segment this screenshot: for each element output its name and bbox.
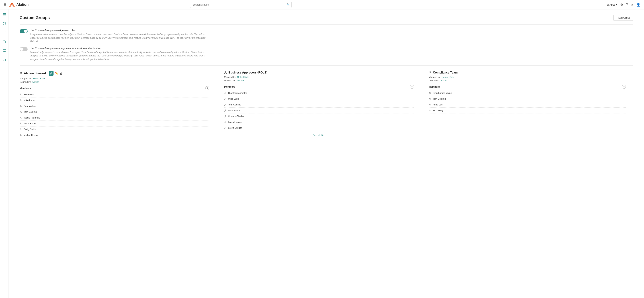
svg-point-19 [225, 72, 226, 73]
member-row: Tom Codling [224, 102, 414, 108]
member-person-icon [20, 122, 22, 125]
svg-point-22 [225, 104, 226, 105]
members-header-2: Members + [429, 85, 626, 89]
svg-point-28 [430, 92, 430, 93]
svg-point-30 [430, 104, 430, 105]
group-mapped-value-2[interactable]: Select Role [442, 76, 454, 78]
apps-grid-icon: ⊞ [607, 3, 609, 6]
toggle-content-2: Use Custom Groups to manage user suspens… [30, 47, 208, 61]
add-member-button-1[interactable]: + [410, 85, 414, 89]
group-action-icons-0: ✏️ 🗑 [49, 71, 62, 76]
member-row: Connor Glazier [224, 113, 414, 119]
sidebar-item-analytics[interactable] [2, 57, 7, 63]
group-mapped-value-0[interactable]: Select Role [33, 77, 45, 80]
delete-icon-0[interactable]: 🗑 [60, 72, 62, 75]
member-row: Craig Smith [20, 127, 209, 132]
member-row: Steve Burger [224, 125, 414, 131]
member-person-icon [20, 93, 22, 96]
member-name: Craig Smith [24, 128, 36, 131]
group-header-1: Business Approvers (ROLE) [224, 71, 414, 74]
svg-point-18 [20, 134, 22, 135]
group-header-0: Alation Steward ✏️ 🗑 [20, 71, 209, 76]
members-label-0: Members [20, 87, 31, 90]
member-row: Michael Lupo [20, 132, 209, 138]
alation-logo-icon [9, 2, 15, 7]
svg-point-27 [430, 72, 431, 73]
member-name: Gianthomas Volpe [228, 92, 247, 94]
member-name: Anna Last [433, 103, 443, 106]
member-name: Mike Lupo [24, 99, 34, 102]
member-row: Tassia Reinhold [20, 115, 209, 121]
search-container: 🔍 [190, 2, 292, 8]
svg-point-11 [20, 94, 22, 95]
user-avatar[interactable]: 👤 [636, 3, 640, 7]
member-name: Tom Codling [24, 111, 37, 113]
add-member-button-2[interactable]: + [622, 85, 626, 89]
member-person-icon [20, 105, 22, 107]
sidebar-item-security[interactable] [2, 21, 7, 27]
main-content: Custom Groups + Add Group Use Custom Gro… [9, 10, 644, 144]
group-mapped-to-1: Mapped to: Select Role [224, 76, 414, 78]
help-icon[interactable]: ? [626, 3, 628, 7]
group-column-1: Business Approvers (ROLE) Mapped to: Sel… [224, 71, 421, 138]
group-title-1: Business Approvers (ROLE) [228, 71, 268, 74]
member-person-icon [429, 103, 431, 106]
page-title: Custom Groups [20, 16, 50, 20]
custom-groups-suspension-toggle[interactable] [20, 47, 28, 51]
toggle-row-1: Use Custom Groups to assign user roles A… [20, 29, 633, 43]
member-row: Nic Colley [429, 108, 626, 113]
search-icon: 🔍 [287, 3, 290, 6]
svg-rect-1 [3, 14, 6, 15]
edit-icon-0[interactable] [49, 71, 54, 76]
svg-point-26 [225, 127, 226, 128]
see-all-1[interactable]: See all 14... [224, 134, 414, 136]
sidebar-item-tables[interactable] [2, 30, 7, 36]
member-row: Mike Lupo [20, 98, 209, 103]
member-name: Mike Lupo [228, 98, 239, 100]
settings-icon[interactable]: ⚙ [620, 3, 623, 7]
member-person-icon [20, 128, 22, 131]
svg-rect-6 [3, 60, 4, 61]
svg-point-10 [20, 72, 22, 73]
member-row: Bill Fekrat [20, 92, 209, 98]
svg-rect-9 [6, 59, 6, 61]
svg-point-12 [20, 99, 22, 100]
pencil-icon-0[interactable]: ✏️ [55, 72, 58, 75]
group-person-icon [224, 71, 227, 74]
member-person-icon [224, 109, 226, 112]
member-row: Tom Codling [429, 96, 626, 102]
members-label-1: Members [224, 85, 235, 88]
member-person-icon [429, 98, 431, 100]
group-mapped-value-1[interactable]: Select Role [237, 76, 249, 78]
toggle-section: Use Custom Groups to assign user roles A… [20, 29, 633, 61]
sidebar-item-conversations[interactable] [2, 48, 7, 54]
hamburger-menu[interactable]: ☰ [4, 3, 6, 7]
mail-icon[interactable]: ✉ [631, 3, 634, 7]
left-sidebar [0, 10, 9, 144]
member-person-icon [429, 92, 431, 94]
member-name: Tom Codling [433, 98, 446, 100]
toggle-label-2: Use Custom Groups to manage user suspens… [30, 47, 208, 50]
svg-point-16 [20, 123, 22, 124]
groups-grid: Alation Steward ✏️ 🗑 Mapped to: Select R… [20, 71, 633, 138]
toggle-content-1: Use Custom Groups to assign user roles A… [30, 29, 208, 43]
toggle-row-2: Use Custom Groups to manage user suspens… [20, 47, 633, 61]
member-name: Steve Burger [228, 127, 242, 129]
member-row: Mike Baum [224, 108, 414, 113]
sidebar-item-documents[interactable] [2, 39, 7, 45]
custom-groups-roles-toggle[interactable] [20, 29, 28, 33]
member-name: Vince Kuhn [24, 122, 36, 125]
member-name: Louis Hausle [228, 121, 242, 123]
apps-menu[interactable]: ⊞ Apps ▾ [607, 3, 617, 6]
member-row: Louis Hausle [224, 119, 414, 125]
member-row: Mike Lupo [224, 96, 414, 102]
search-input[interactable] [190, 2, 292, 8]
sidebar-item-catalog[interactable] [2, 12, 7, 18]
add-group-button[interactable]: + Add Group [613, 15, 633, 21]
group-title-2: Compliance Team [433, 71, 458, 74]
member-name: Mike Baum [228, 109, 240, 112]
member-person-icon [20, 117, 22, 119]
member-person-icon [224, 121, 226, 123]
add-member-button-0[interactable]: + [205, 86, 209, 90]
svg-point-20 [225, 92, 226, 93]
